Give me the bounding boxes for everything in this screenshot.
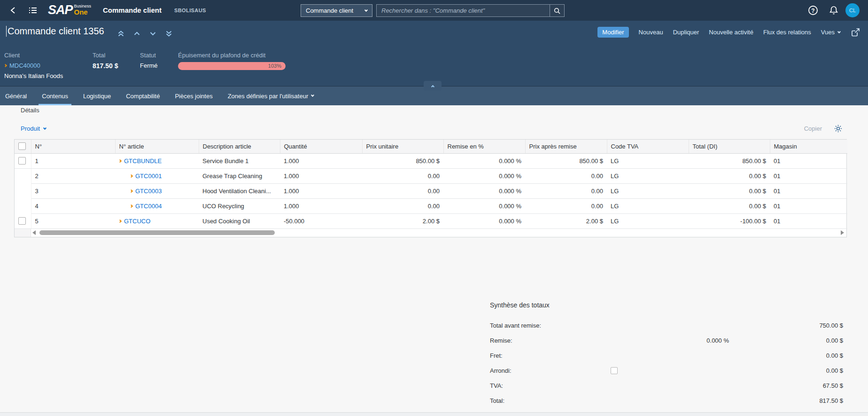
- link-chevron-icon: [130, 174, 133, 177]
- document-title: Commande client 1356: [8, 26, 104, 37]
- avatar[interactable]: CL: [845, 3, 860, 17]
- search-input[interactable]: [377, 5, 550, 16]
- flux-des-relations-button[interactable]: Flux des relations: [763, 29, 811, 36]
- cell-description: Service Bundle 1: [199, 153, 280, 168]
- cell-tax-code: LG: [607, 213, 689, 228]
- next-record-button[interactable]: [149, 30, 157, 38]
- back-button[interactable]: [8, 5, 19, 16]
- column-header[interactable]: Code TVA: [607, 140, 689, 153]
- document-title-field[interactable]: Commande client 1356: [6, 26, 104, 37]
- column-header[interactable]: Prix après remise: [525, 140, 607, 153]
- tab-comptabilite[interactable]: Comptabilité: [123, 86, 163, 105]
- article-link[interactable]: GTC0001: [135, 173, 162, 180]
- row-checkbox[interactable]: [18, 217, 26, 225]
- tab-general[interactable]: Général: [2, 86, 30, 105]
- scroll-left-arrow[interactable]: [32, 230, 36, 235]
- column-header[interactable]: Description article: [199, 140, 280, 153]
- scrollbar-thumb[interactable]: [39, 230, 275, 235]
- notifications-button[interactable]: [828, 4, 840, 16]
- client-code-link[interactable]: MDC40000: [4, 62, 63, 69]
- client-code[interactable]: MDC40000: [9, 62, 40, 69]
- cell-tax-code: LG: [607, 168, 689, 183]
- column-header[interactable]: Quantité: [280, 140, 362, 153]
- link-chevron-icon: [4, 64, 7, 67]
- logo-one: One: [74, 8, 92, 16]
- first-record-button[interactable]: [117, 30, 125, 38]
- cell-num: 4: [31, 198, 115, 213]
- column-header[interactable]: Magasin: [770, 140, 847, 153]
- cell-quantity: -50.000: [280, 213, 362, 228]
- arrondi-checkbox[interactable]: [611, 367, 618, 374]
- tab-zones-utilisateur[interactable]: Zones définies par l'utilisateur: [225, 86, 318, 105]
- table-row: 1GTCBUNDLEService Bundle 11.000850.00 $0…: [15, 153, 847, 168]
- search-box[interactable]: [376, 4, 550, 17]
- cell-quantity: 1.000: [280, 198, 362, 213]
- credit-progress-bar: 103%: [178, 62, 286, 70]
- row-select-cell: [15, 213, 31, 228]
- table-settings-button[interactable]: [832, 123, 844, 134]
- cell-discount: 0.000 %: [443, 213, 525, 228]
- article-link[interactable]: GTCBUNDLE: [124, 157, 162, 165]
- status-value: Fermé: [140, 62, 158, 69]
- previous-record-button[interactable]: [133, 30, 141, 38]
- line-items-table: N°N° articleDescription articleQuantitéP…: [14, 139, 847, 237]
- select-all-header-cell[interactable]: [15, 140, 31, 153]
- column-header[interactable]: Remise en %: [443, 140, 525, 153]
- menu-button[interactable]: [27, 5, 39, 16]
- scroll-right-arrow[interactable]: [841, 230, 844, 235]
- nouvelle-activite-button[interactable]: Nouvelle activité: [709, 29, 753, 36]
- copier-button[interactable]: Copier: [804, 125, 822, 132]
- dupliquer-button[interactable]: Dupliquer: [673, 29, 699, 36]
- link-chevron-icon: [130, 204, 133, 207]
- help-button[interactable]: ?: [807, 4, 819, 16]
- article-link[interactable]: GTC0003: [135, 188, 162, 195]
- produit-group-select[interactable]: Produit: [21, 125, 46, 132]
- tab-logistique[interactable]: Logistique: [80, 86, 114, 105]
- vues-menu-button[interactable]: Vues: [821, 29, 840, 36]
- row-select-cell: [15, 168, 31, 183]
- details-section-label: Détails: [21, 107, 39, 114]
- column-header[interactable]: N° article: [115, 140, 199, 153]
- article-link[interactable]: GTC0004: [135, 203, 162, 210]
- bottom-strip: [0, 412, 868, 416]
- double-chevron-down-icon: [165, 30, 173, 38]
- total-value: 817.50 $: [93, 62, 118, 70]
- select-all-checkbox[interactable]: [18, 142, 26, 150]
- scrollbar-track[interactable]: [31, 229, 846, 237]
- row-checkbox[interactable]: [18, 157, 26, 165]
- total-info: Total 817.50 $: [93, 52, 118, 70]
- modifier-button[interactable]: Modifier: [597, 27, 628, 38]
- search-button[interactable]: [550, 4, 565, 17]
- totals-row-label: Fret:: [490, 352, 503, 359]
- last-record-button[interactable]: [165, 30, 173, 38]
- tab-pieces-jointes[interactable]: Pièces jointes: [171, 86, 216, 105]
- share-icon: [851, 28, 860, 37]
- cell-unit-price: 0.00: [362, 198, 443, 213]
- column-header[interactable]: N°: [31, 140, 115, 153]
- share-button[interactable]: [850, 27, 860, 38]
- back-chevron-icon: [9, 6, 17, 15]
- credit-percent: 103%: [268, 63, 281, 69]
- cell-warehouse: 01: [770, 153, 847, 168]
- column-header[interactable]: Prix unitaire: [362, 140, 443, 153]
- double-chevron-up-icon: [117, 30, 125, 38]
- cell-discount: 0.000 %: [443, 168, 525, 183]
- nouveau-button[interactable]: Nouveau: [639, 29, 663, 36]
- column-header[interactable]: Total (DI): [689, 140, 770, 153]
- search-scope-select[interactable]: Commande client: [301, 4, 372, 17]
- table-row: 3GTC0003Hood Ventilation Cleani...1.0000…: [15, 183, 847, 198]
- header-collapse-button[interactable]: [424, 81, 442, 91]
- gear-icon: [834, 124, 843, 133]
- cell-price-after-discount: 0.00: [525, 198, 607, 213]
- table-row: 5GTCUCOUsed Cooking Oil-50.0002.00 $0.00…: [15, 213, 847, 228]
- cell-num: 1: [31, 153, 115, 168]
- search-icon: [553, 7, 561, 15]
- article-link[interactable]: GTCUCO: [124, 218, 150, 225]
- cell-article: GTC0003: [115, 183, 199, 198]
- chevron-down-icon: [311, 94, 314, 97]
- chevron-down-icon: [43, 126, 46, 129]
- produit-label: Produit: [21, 125, 40, 132]
- totals-row-percent: 0.000 %: [706, 337, 729, 344]
- logo-sap: SAP: [48, 3, 73, 17]
- tab-contenus[interactable]: Contenus: [39, 86, 71, 105]
